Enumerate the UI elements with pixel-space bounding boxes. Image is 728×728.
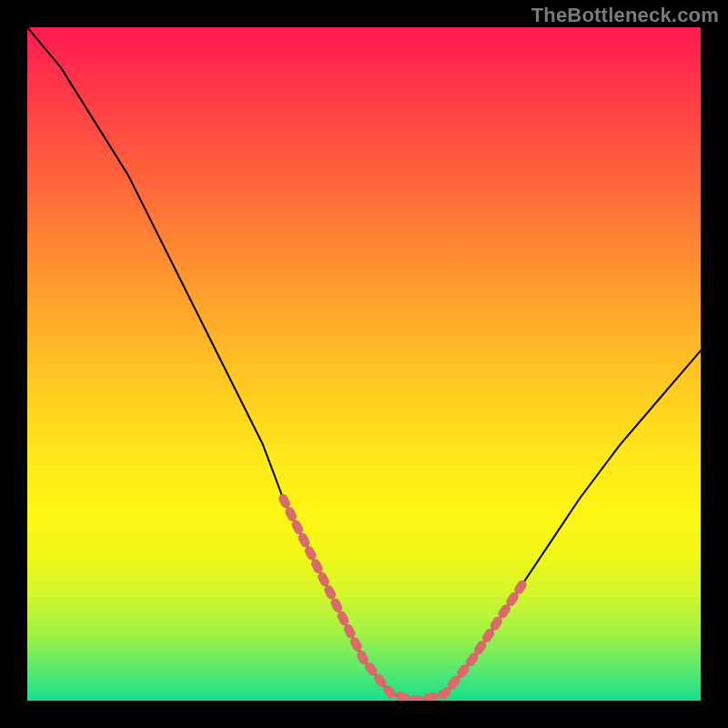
highlight-dots bbox=[283, 499, 525, 701]
chart-frame: TheBottleneck.com bbox=[0, 0, 728, 728]
curve-svg bbox=[27, 27, 701, 701]
bottleneck-curve bbox=[27, 27, 701, 701]
plot-area bbox=[27, 27, 701, 701]
watermark-text: TheBottleneck.com bbox=[531, 4, 719, 27]
